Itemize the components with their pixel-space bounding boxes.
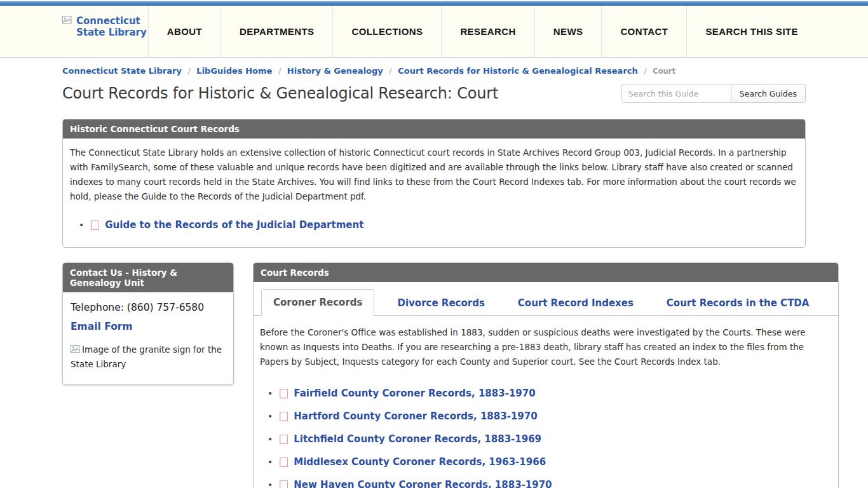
tab-divorce-records[interactable]: Divorce Records: [386, 290, 496, 316]
broken-image-icon: [62, 15, 72, 27]
historic-box-title: Historic Connecticut Court Records: [63, 119, 805, 139]
nav-item-research[interactable]: RESEARCH: [441, 6, 534, 57]
breadcrumb-link-court-records-guide[interactable]: Court Records for Historic & Genealogica…: [398, 66, 638, 76]
nav-item-contact[interactable]: CONTACT: [601, 6, 686, 57]
new-haven-coroner-records-link[interactable]: New Haven County Coroner Records, 1883-1…: [294, 479, 552, 488]
court-records-tabs: Coroner Records Divorce Records Court Re…: [254, 282, 838, 316]
broken-image-icon: [71, 344, 81, 356]
tab-coroner-records[interactable]: Coroner Records: [261, 289, 374, 316]
coroner-records-panel: Before the Coroner's Office was establis…: [254, 316, 838, 488]
top-accent-bar: [0, 1, 868, 6]
contact-us-box: Contact Us - History & Genealogy Unit Te…: [62, 262, 234, 385]
tab-court-records-in-the-ctda[interactable]: Court Records in the CTDA: [655, 290, 821, 316]
site-header: Connecticut State Library ABOUT DEPARTME…: [0, 6, 868, 58]
historic-court-records-box: Historic Connecticut Court Records The C…: [62, 119, 806, 248]
historic-box-paragraph: The Connecticut State Library holds an e…: [70, 146, 798, 204]
email-form-link[interactable]: Email Form: [71, 321, 133, 332]
guide-search-form: Search Guides: [621, 84, 806, 103]
page-content: Connecticut State Library / LibGuides Ho…: [62, 66, 806, 488]
search-guide-input[interactable]: [621, 84, 731, 103]
coroner-records-intro: Before the Coroner's Office was establis…: [260, 325, 832, 369]
doc-placeholder-icon: [280, 458, 288, 467]
middlesex-coroner-records-link[interactable]: Middlesex County Coroner Records, 1963-1…: [294, 456, 546, 468]
nav-item-about[interactable]: ABOUT: [148, 6, 220, 57]
nav-item-news[interactable]: NEWS: [534, 6, 602, 57]
litchfield-coroner-records-link[interactable]: Litchfield County Coroner Records, 1883-…: [294, 433, 541, 445]
fairfield-coroner-records-link[interactable]: Fairfield County Coroner Records, 1883-1…: [294, 388, 535, 399]
doc-placeholder-icon: [280, 389, 288, 398]
contact-box-title: Contact Us - History & Genealogy Unit: [63, 263, 233, 292]
nav-item-search-this-site[interactable]: SEARCH THIS SITE: [686, 6, 807, 57]
judicial-department-guide-link[interactable]: Guide to the Records of the Judicial Dep…: [105, 219, 363, 231]
breadcrumb-link-libguides-home[interactable]: LibGuides Home: [196, 66, 272, 76]
nav-item-collections[interactable]: COLLECTIONS: [332, 6, 441, 57]
page-title: Court Records for Historic & Genealogica…: [62, 85, 498, 102]
hartford-coroner-records-link[interactable]: Hartford County Coroner Records, 1883-19…: [294, 410, 537, 422]
doc-placeholder-icon: [280, 412, 288, 421]
list-item: Hartford County Coroner Records, 1883-19…: [268, 405, 832, 428]
breadcrumb: Connecticut State Library / LibGuides Ho…: [62, 66, 806, 76]
telephone-number: Telephone: (860) 757-6580: [71, 302, 226, 313]
breadcrumb-link-library[interactable]: Connecticut State Library: [62, 66, 182, 76]
tab-court-record-indexes[interactable]: Court Record Indexes: [506, 290, 645, 316]
doc-placeholder-icon: [280, 480, 288, 488]
breadcrumb-link-history-genealogy[interactable]: History & Genealogy: [287, 66, 383, 76]
main-navigation: ABOUT DEPARTMENTS COLLECTIONS RESEARCH N…: [148, 6, 807, 57]
breadcrumb-separator: /: [386, 66, 395, 76]
breadcrumb-separator: /: [184, 66, 193, 76]
court-records-box: Court Records Coroner Records Divorce Re…: [253, 262, 839, 488]
breadcrumb-separator: /: [275, 66, 284, 76]
search-guides-button[interactable]: Search Guides: [731, 84, 806, 103]
pdf-placeholder-icon: [91, 220, 99, 230]
site-logo-label: Connecticut State Library: [76, 15, 148, 38]
list-item: Middlesex County Coroner Records, 1963-1…: [268, 451, 832, 473]
nav-item-departments[interactable]: DEPARTMENTS: [220, 6, 332, 57]
list-item: Litchfield County Coroner Records, 1883-…: [268, 428, 832, 451]
granite-sign-image-alt: Image of the granite sign for the State …: [71, 344, 222, 369]
court-records-box-title: Court Records: [254, 263, 838, 282]
doc-placeholder-icon: [280, 435, 288, 444]
list-item: Fairfield County Coroner Records, 1883-1…: [268, 382, 832, 405]
list-item: Guide to the Records of the Judicial Dep…: [70, 214, 798, 236]
site-logo[interactable]: Connecticut State Library: [62, 6, 148, 57]
list-item: New Haven County Coroner Records, 1883-1…: [268, 473, 832, 488]
breadcrumb-current: Court: [653, 67, 675, 76]
breadcrumb-separator: /: [641, 66, 649, 76]
